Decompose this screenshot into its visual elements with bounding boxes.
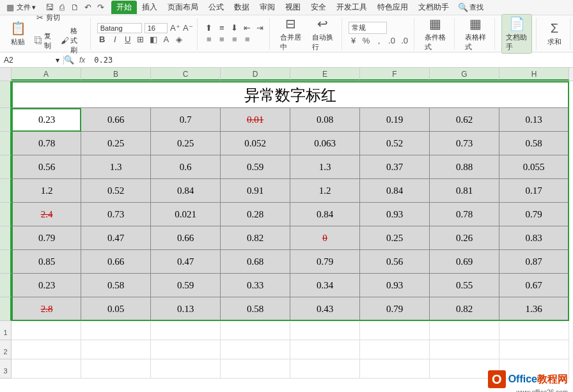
cell[interactable]: 0.79 <box>12 226 81 250</box>
cell[interactable]: 0.87 <box>499 250 569 274</box>
align-center-icon[interactable]: ≡ <box>217 35 227 45</box>
row-header[interactable]: 1 <box>0 321 12 340</box>
cell[interactable]: 0.47 <box>81 226 151 250</box>
cell[interactable]: 0.19 <box>360 108 430 132</box>
cell[interactable]: 0 <box>290 226 360 250</box>
row-header[interactable]: 3 <box>0 359 12 379</box>
cell[interactable] <box>430 340 499 359</box>
font-color-icon[interactable]: A <box>161 35 171 45</box>
cell[interactable]: 1.3 <box>81 155 151 179</box>
copy-button[interactable]: ⿻复制 <box>32 30 56 52</box>
cell[interactable]: 0.91 <box>221 179 290 203</box>
cell[interactable] <box>499 340 569 359</box>
align-bottom-icon[interactable]: ⬇ <box>230 23 240 33</box>
cell[interactable] <box>12 340 81 359</box>
cell[interactable]: 0.84 <box>290 203 360 226</box>
fill-color-icon[interactable]: ◧ <box>148 35 159 45</box>
cell[interactable] <box>12 321 81 340</box>
table-styles-button[interactable]: ▦表格样式 <box>461 15 491 53</box>
cell[interactable]: 0.79 <box>360 297 430 321</box>
font-select[interactable]: Batang <box>97 23 142 33</box>
fx-icon[interactable]: fx <box>74 56 90 65</box>
cell[interactable] <box>360 359 430 379</box>
cond-format-button[interactable]: ▦条件格式 <box>421 15 450 53</box>
cell[interactable]: 0.58 <box>499 132 569 155</box>
cell[interactable] <box>290 321 360 340</box>
sum-button[interactable]: Σ求和 <box>543 19 566 48</box>
cell[interactable]: 0.7 <box>151 108 221 132</box>
col-header-A[interactable]: A <box>12 68 81 81</box>
search-button[interactable]: 🔍查找 <box>455 1 486 14</box>
underline-icon[interactable]: U <box>123 35 133 45</box>
row-header[interactable] <box>0 179 12 203</box>
cell[interactable]: 0.84 <box>360 179 430 203</box>
cell[interactable]: 0.13 <box>151 297 221 321</box>
row-header[interactable] <box>0 132 12 155</box>
cell[interactable]: 0.25 <box>151 132 221 155</box>
cell[interactable]: 0.26 <box>430 226 499 250</box>
decrease-font-icon[interactable]: A⁻ <box>183 23 193 33</box>
cell[interactable]: 0.23 <box>12 108 81 132</box>
row-header[interactable] <box>0 297 12 321</box>
cell[interactable] <box>221 359 290 379</box>
cell[interactable]: 0.17 <box>499 179 569 203</box>
cell[interactable]: 0.13 <box>499 108 569 132</box>
effects-icon[interactable]: ◈ <box>174 35 184 45</box>
tab-插入[interactable]: 插入 <box>137 1 162 14</box>
cell[interactable] <box>151 359 221 379</box>
italic-icon[interactable]: I <box>110 35 120 45</box>
cell[interactable]: 0.79 <box>499 203 569 226</box>
col-header-H[interactable]: H <box>499 68 569 81</box>
tab-审阅[interactable]: 审阅 <box>255 1 280 14</box>
cell[interactable]: 0.23 <box>12 274 81 297</box>
cell[interactable] <box>151 321 221 340</box>
format-painter-button[interactable]: 🖌格式刷 <box>58 25 86 56</box>
tab-特色应用[interactable]: 特色应用 <box>372 1 413 14</box>
cell[interactable]: 0.56 <box>360 250 430 274</box>
cell[interactable] <box>290 359 360 379</box>
tab-安全[interactable]: 安全 <box>306 1 331 14</box>
cell[interactable]: 0.84 <box>151 179 221 203</box>
cell[interactable]: 0.73 <box>81 203 151 226</box>
cell[interactable] <box>12 359 81 379</box>
wrap-button[interactable]: ↩自动换行 <box>308 15 338 53</box>
cell[interactable]: 2.8 <box>12 297 81 321</box>
border-icon[interactable]: ⊞ <box>136 35 146 45</box>
cell[interactable]: 0.052 <box>221 132 290 155</box>
tab-数据[interactable]: 数据 <box>229 1 255 14</box>
cell[interactable]: 0.021 <box>151 203 221 226</box>
cell[interactable]: 0.67 <box>499 274 569 297</box>
cell[interactable] <box>290 340 360 359</box>
col-header-C[interactable]: C <box>151 68 221 81</box>
cell[interactable]: 0.85 <box>12 250 81 274</box>
row-header[interactable] <box>0 108 12 132</box>
cell[interactable]: 1.2 <box>290 179 360 203</box>
doc-helper-button[interactable]: 📄文档助手 <box>501 14 532 54</box>
cell[interactable]: 1.2 <box>12 179 81 203</box>
redo-icon[interactable]: ↷ <box>96 3 105 12</box>
cell[interactable]: 0.82 <box>221 226 290 250</box>
dec-dec-icon[interactable]: .0 <box>400 35 410 45</box>
number-format-select[interactable]: 常规 <box>349 22 387 34</box>
row-header[interactable] <box>0 274 12 297</box>
align-justify-icon[interactable]: ≡ <box>242 35 253 45</box>
cell[interactable]: 1.3 <box>290 155 360 179</box>
zoom-icon[interactable]: 🔍 <box>64 55 74 65</box>
cell[interactable]: 0.52 <box>81 179 151 203</box>
cut-button[interactable]: ✂剪切 <box>32 11 86 24</box>
cell[interactable]: 0.88 <box>430 155 499 179</box>
cell[interactable]: 0.68 <box>221 250 290 274</box>
align-top-icon[interactable]: ⬆ <box>204 23 214 33</box>
align-left-icon[interactable]: ≡ <box>204 35 214 45</box>
formula-value[interactable]: 0.23 <box>90 56 116 65</box>
cell[interactable] <box>221 321 290 340</box>
cell[interactable] <box>360 340 430 359</box>
cell[interactable]: 0.62 <box>430 108 499 132</box>
row-header[interactable] <box>0 226 12 250</box>
cell[interactable] <box>430 321 499 340</box>
row-header[interactable]: 2 <box>0 340 12 359</box>
cell[interactable]: 2.4 <box>12 203 81 226</box>
cell[interactable] <box>151 340 221 359</box>
tab-文档助手[interactable]: 文档助手 <box>413 1 454 14</box>
cell[interactable]: 0.063 <box>290 132 360 155</box>
